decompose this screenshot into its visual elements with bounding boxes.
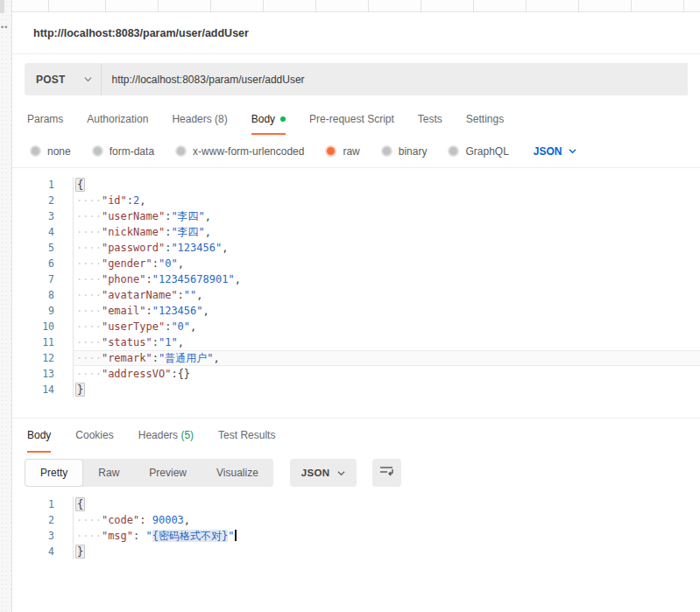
url-input[interactable]: http://localhost:8083/param/user/addUser bbox=[102, 63, 688, 95]
indent-dots: ···· bbox=[76, 289, 102, 301]
body-type-x-www-form-urlencoded[interactable]: x-www-form-urlencoded bbox=[175, 145, 304, 158]
response-language-dropdown[interactable]: JSON bbox=[290, 459, 357, 487]
body-type-graphql[interactable]: GraphQL bbox=[448, 145, 508, 158]
indent-dots: ···· bbox=[76, 273, 102, 285]
request-language-label: JSON bbox=[534, 145, 562, 158]
view-mode-visualize[interactable]: Visualize bbox=[202, 459, 273, 487]
indent-dots: ···· bbox=[76, 530, 102, 542]
request-body-editor[interactable]: 1{2····"id":2,3····"userName":"李四",4····… bbox=[12, 168, 700, 418]
body-type-binary[interactable]: binary bbox=[381, 145, 428, 158]
view-mode-preview[interactable]: Preview bbox=[134, 459, 202, 487]
line-number: 8 bbox=[12, 287, 74, 303]
token-key: "email" bbox=[102, 305, 146, 317]
code-content: } bbox=[74, 544, 700, 559]
token-brace: { bbox=[75, 497, 85, 511]
body-type-label: none bbox=[47, 145, 71, 158]
response-body-editor[interactable]: 1{2····"code": 90003,3····"msg": "{密码格式不… bbox=[12, 491, 700, 611]
body-type-raw[interactable]: raw bbox=[325, 145, 359, 158]
token-p: : bbox=[139, 514, 152, 526]
indent-dots: ···· bbox=[76, 242, 102, 254]
indent-dots: ···· bbox=[76, 226, 102, 238]
token-key: "id" bbox=[102, 194, 127, 207]
token-str: "0" bbox=[171, 320, 190, 333]
tab-body[interactable]: Body bbox=[251, 113, 286, 135]
token-key: "code" bbox=[102, 514, 139, 526]
response-tab-cookies[interactable]: Cookies bbox=[75, 429, 113, 453]
token-str: " bbox=[145, 530, 152, 542]
token-str: " bbox=[228, 530, 234, 542]
tab-tests[interactable]: Tests bbox=[418, 113, 442, 135]
token-str: "12345678901" bbox=[152, 273, 235, 285]
response-language-label: JSON bbox=[301, 468, 330, 478]
code-line: 1{ bbox=[12, 496, 700, 512]
code-content: ····"nickName":"李四", bbox=[74, 224, 700, 240]
code-line: 4····"nickName":"李四", bbox=[12, 224, 700, 240]
token-hl: {密码格式不对} bbox=[152, 530, 228, 542]
token-str: "0" bbox=[159, 257, 178, 270]
method-label: POST bbox=[36, 74, 65, 86]
url-bar: POST http://localhost:8083/param/user/ad… bbox=[25, 63, 688, 95]
indent-dots: ···· bbox=[76, 368, 102, 380]
body-type-label: form-data bbox=[110, 145, 154, 158]
token-p: : bbox=[152, 257, 159, 270]
chevron-down-icon bbox=[84, 75, 92, 83]
token-p: , bbox=[196, 289, 202, 301]
line-number: 10 bbox=[12, 319, 74, 334]
tab-settings[interactable]: Settings bbox=[466, 113, 504, 135]
token-str: "李四" bbox=[171, 226, 204, 238]
token-p: , bbox=[184, 514, 190, 526]
workspace-tab-bar[interactable] bbox=[12, 0, 700, 12]
response-tab-test-results[interactable]: Test Results bbox=[218, 429, 275, 453]
code-line: 2····"code": 90003, bbox=[12, 512, 700, 528]
token-str: "" bbox=[184, 289, 196, 301]
request-language-dropdown[interactable]: JSON bbox=[534, 145, 576, 158]
indent-dots: ···· bbox=[76, 257, 102, 270]
code-line: 4} bbox=[12, 544, 700, 559]
tab-params[interactable]: Params bbox=[27, 113, 63, 135]
tab-authorization[interactable]: Authorization bbox=[87, 113, 148, 135]
code-line: 3····"userName":"李四", bbox=[12, 208, 700, 224]
response-toolbar: PrettyRawPreviewVisualize JSON bbox=[12, 453, 700, 491]
tab-headers-8[interactable]: Headers (8) bbox=[172, 113, 227, 135]
response-tab-body[interactable]: Body bbox=[27, 429, 51, 453]
chevron-down-icon bbox=[337, 469, 345, 477]
method-selector[interactable]: POST bbox=[25, 63, 102, 95]
body-type-form-data[interactable]: form-data bbox=[92, 145, 154, 158]
left-corner-block bbox=[0, 0, 4, 13]
indent-dots: ···· bbox=[76, 210, 102, 222]
line-number: 3 bbox=[12, 208, 74, 224]
code-content: { bbox=[74, 496, 700, 512]
code-line: 2····"id":2, bbox=[12, 193, 700, 208]
indent-dots: ···· bbox=[76, 352, 102, 364]
code-content: ····"gender":"0", bbox=[74, 256, 700, 271]
line-number: 2 bbox=[12, 193, 74, 208]
code-line: 8····"avatarName":"", bbox=[12, 287, 700, 303]
tab-pre-request-script[interactable]: Pre-request Script bbox=[309, 113, 394, 135]
body-type-none[interactable]: none bbox=[30, 145, 71, 158]
line-number: 1 bbox=[12, 496, 74, 512]
token-p: : bbox=[152, 352, 159, 364]
indent-dots: ···· bbox=[76, 514, 102, 526]
wrap-text-button[interactable] bbox=[372, 459, 401, 487]
token-p: , bbox=[190, 320, 196, 333]
line-number: 11 bbox=[12, 334, 74, 350]
line-number: 2 bbox=[12, 512, 74, 528]
code-content: ····"userName":"李四", bbox=[74, 208, 700, 224]
line-number: 4 bbox=[12, 224, 74, 240]
indent-dots: ···· bbox=[76, 336, 102, 348]
token-str: "123456" bbox=[152, 305, 203, 317]
code-line: 3····"msg": "{密码格式不对}" bbox=[12, 528, 700, 544]
token-p: : bbox=[178, 289, 184, 301]
response-tab-headers[interactable]: Headers (5) bbox=[138, 429, 194, 453]
token-key: "gender" bbox=[102, 257, 152, 270]
request-tabs: ParamsAuthorizationHeaders (8)BodyPre-re… bbox=[12, 104, 700, 135]
code-line: 9····"email":"123456", bbox=[12, 303, 700, 319]
view-mode-pretty[interactable]: Pretty bbox=[25, 459, 83, 487]
radio-icon bbox=[30, 145, 41, 157]
token-p: , bbox=[205, 226, 211, 238]
token-p: , bbox=[178, 257, 184, 270]
token-p: : bbox=[171, 368, 177, 380]
token-key: "remark" bbox=[102, 352, 152, 364]
token-key: "status" bbox=[102, 336, 152, 348]
view-mode-raw[interactable]: Raw bbox=[83, 459, 134, 487]
